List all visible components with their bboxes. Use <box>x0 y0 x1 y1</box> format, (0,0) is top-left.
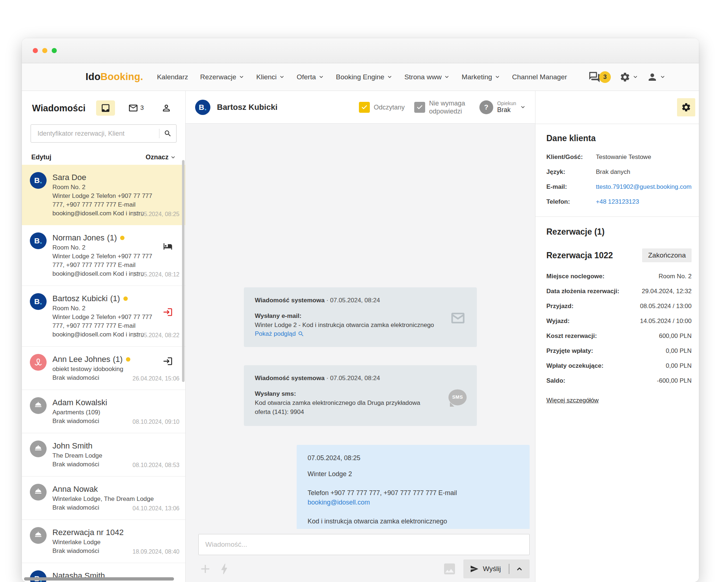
conversation-property: Winterlake Lodge, The Dream Lodge <box>52 495 154 503</box>
close-window-button[interactable] <box>33 48 38 53</box>
reception-bell-avatar <box>30 397 47 414</box>
mark-dropdown[interactable]: Oznacz <box>146 154 176 161</box>
quick-replies-icon[interactable] <box>217 562 231 576</box>
main-content: Wiadomości 3 Edy <box>22 91 699 582</box>
panel-body: Dane klienta Klient/Gość: Testowanie Tes… <box>535 124 699 414</box>
tab-unread-mail[interactable]: 3 <box>124 100 148 116</box>
conversations-sidebar: Wiadomości 3 Edy <box>22 91 186 582</box>
conversation-item-norman-jones[interactable]: B. Norman Jones(1) Room No. 2 Winter Lod… <box>22 225 185 286</box>
person-icon <box>647 72 658 83</box>
app-window: IdoBooking. Kalendarz Rezerwacje Klienci… <box>22 38 699 582</box>
conversation-item-rezerwacja-1042[interactable]: Rezerwacja nr 1042 Winterlake Lodge Brak… <box>22 520 185 563</box>
client-data-title: Dane klienta <box>546 133 692 143</box>
email-link[interactable]: booking@idosell.com <box>308 499 370 506</box>
conversation-date: 07.05.2024, 08:22 <box>132 332 179 339</box>
conversation-name: Norman Jones <box>52 232 104 243</box>
vertical-scrollbar[interactable] <box>182 160 185 382</box>
settings-menu-button[interactable] <box>620 72 638 83</box>
search-icon[interactable] <box>164 129 172 137</box>
client-email-link[interactable]: ttesto.791902@guest.booking.com <box>596 183 692 191</box>
insert-image-icon[interactable] <box>442 562 457 576</box>
messages-count-badge: 3 <box>599 71 611 83</box>
reservation-row: Przyjęte wpłaty: 0,00 PLN <box>546 346 692 355</box>
button-divider <box>509 564 509 574</box>
conversation-item-bartosz-kubicki[interactable]: B. Bartosz Kubicki(1) Room No. 2 Winter … <box>22 286 185 347</box>
conversation-date: 07.05.2024, 08:25 <box>132 211 179 218</box>
nav-item-strona-www[interactable]: Strona www <box>404 73 450 81</box>
reservation-row: Data złożenia rezerwacji: 29.04.2024, 12… <box>546 287 692 296</box>
message-timestamp: 07.05.2024, 08:25 <box>308 454 519 462</box>
desktop-background: IdoBooking. Kalendarz Rezerwacje Klienci… <box>0 0 728 582</box>
conversation-item-sara-doe[interactable]: B. Sara Doe Room No. 2 Winter Lodge 2 Te… <box>22 165 185 225</box>
conversation-property: Room No. 2 <box>52 243 162 252</box>
chat-controls: Odczytany Nie wymaga odpowiedzi ? Opieku… <box>359 99 526 115</box>
add-attachment-icon[interactable] <box>198 562 212 576</box>
no-reply-needed-checkbox[interactable]: Nie wymaga odpowiedzi <box>414 99 470 115</box>
conversation-date: 26.04.2024, 15:06 <box>132 375 179 382</box>
panel-header <box>535 91 699 124</box>
unread-dot <box>120 236 124 240</box>
chevron-down-icon <box>170 155 176 160</box>
in-house-icon <box>163 241 173 253</box>
conversation-date: 08.10.2024, 08:53 <box>132 462 179 469</box>
message-history: Wiadomość systemowa · 07.05.2024, 08:24 … <box>186 124 535 529</box>
field-label: E-mail: <box>546 183 593 191</box>
conversation-name: John Smith <box>52 441 92 451</box>
message-input[interactable] <box>198 534 530 555</box>
read-checkbox[interactable]: Odczytany <box>359 102 405 113</box>
panel-settings-button[interactable] <box>677 98 695 116</box>
nav-item-channel-manager[interactable]: Channel Manager <box>512 73 567 81</box>
gear-icon <box>620 72 630 83</box>
nav-item-marketing[interactable]: Marketing <box>462 73 500 81</box>
paper-plane-icon <box>470 565 479 573</box>
minimize-window-button[interactable] <box>42 48 47 53</box>
gear-icon <box>681 102 691 112</box>
tab-contacts[interactable] <box>157 100 176 116</box>
nav-item-kalendarz[interactable]: Kalendarz <box>157 73 188 81</box>
person-outline-icon <box>161 103 171 113</box>
send-button[interactable]: Wyślij <box>463 559 530 578</box>
chat-contact-name: Bartosz Kubicki <box>217 103 277 112</box>
nav-item-rezerwacje[interactable]: Rezerwacje <box>200 73 244 81</box>
message-line: Telefon +907 77 777 777, +907 777 777 77… <box>308 488 519 507</box>
reservations-title: Rezerwacje (1) <box>546 227 692 237</box>
check-in-icon <box>163 356 173 368</box>
edit-button[interactable]: Edytuj <box>31 154 51 161</box>
search-box <box>31 124 177 143</box>
conversation-item-adam-kowalski[interactable]: Adam Kowalski Apartments (109) Brak wiad… <box>22 390 185 433</box>
checkbox-checked-icon <box>414 102 425 113</box>
sent-email-label: Wysłany e-mail: <box>255 311 437 320</box>
system-message-title: Wiadomość systemowa <box>255 375 325 382</box>
conversation-date: 04.10.2024, 13:06 <box>132 505 179 512</box>
sidebar-tabs: 3 <box>96 100 176 116</box>
account-menu-button[interactable] <box>647 72 665 83</box>
sent-email-subject: Winter Lodge 2 - Kod i instrukcja otwarc… <box>255 320 437 330</box>
conversation-item-john-smith[interactable]: John Smith The Dream Lodge Brak wiadomoś… <box>22 433 185 477</box>
tab-inbox[interactable] <box>96 100 115 116</box>
conversation-item-ann-lee-johnes[interactable]: Ann Lee Johnes(1) obiekt testowy idobook… <box>22 347 185 390</box>
nav-item-booking-engine[interactable]: Booking Engine <box>336 73 392 81</box>
conversation-item-anna-nowak[interactable]: Anna Nowak Winterlake Lodge, The Dream L… <box>22 477 185 520</box>
horizontal-scrollbar[interactable] <box>24 577 174 581</box>
client-phone-link[interactable]: +48 123123123 <box>596 198 692 206</box>
messages-button[interactable]: 3 <box>588 71 611 83</box>
nav-item-klienci[interactable]: Klienci <box>256 73 285 81</box>
field-label: Klient/Gość: <box>546 154 593 161</box>
airbnb-avatar <box>30 354 47 371</box>
nav-item-oferta[interactable]: Oferta <box>297 73 324 81</box>
booking-avatar: B. <box>30 172 47 189</box>
app-logo[interactable]: IdoBooking. <box>86 71 143 83</box>
zoom-window-button[interactable] <box>52 48 57 53</box>
guardian-dropdown[interactable]: ? Opiekun Brak <box>479 100 526 114</box>
search-input[interactable] <box>37 129 155 138</box>
system-message-sms: Wiadomość systemowa · 07.05.2024, 08:24 … <box>244 365 477 426</box>
navbar-right-icons: 3 <box>588 71 688 83</box>
field-label: Język: <box>546 168 593 176</box>
more-details-link[interactable]: Więcej szczegółów <box>546 397 599 404</box>
envelope-outline-icon <box>449 311 467 327</box>
show-preview-link[interactable]: Pokaż podgląd <box>255 330 304 338</box>
compose-area: Wyślij <box>186 529 535 582</box>
chevron-down-icon <box>444 74 450 80</box>
chevron-up-icon[interactable] <box>516 565 523 573</box>
magnifier-icon <box>298 331 304 337</box>
